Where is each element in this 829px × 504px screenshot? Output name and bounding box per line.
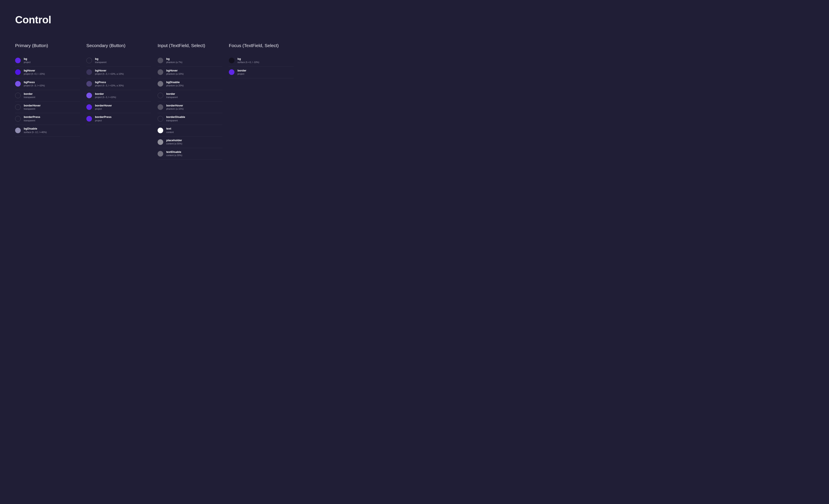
page-title: Control <box>15 14 296 26</box>
token-desc: transparent <box>24 108 41 111</box>
token-desc: content <box>166 131 174 134</box>
swatch-icon <box>157 139 163 145</box>
section-heading: Primary (Button) <box>15 43 80 48</box>
swatch-icon <box>86 69 92 75</box>
token-desc: project <box>24 61 31 64</box>
swatch-icon <box>157 116 163 121</box>
token-desc: transparent <box>166 96 178 99</box>
section-focus: Focus (TextField, Select) bgsurface (h +… <box>229 43 294 160</box>
token-row: bgHoverphantom (a 10%) <box>157 67 222 78</box>
swatch-icon <box>157 151 163 156</box>
token-row: borderHoverproject <box>86 102 151 113</box>
swatch-icon <box>86 58 92 63</box>
section-primary: Primary (Button) bgproject bgHoverprojec… <box>15 43 80 160</box>
token-name: placeholder <box>166 139 182 142</box>
token-row: bgDisablesurface (h -12, l +40%) <box>15 125 80 137</box>
token-desc: phantom (a 20%) <box>166 84 184 87</box>
token-desc: project (h -3, l +10%, a 10%) <box>95 73 124 76</box>
token-row: bgproject <box>15 55 80 67</box>
token-desc: transparent <box>24 119 40 122</box>
swatch-icon <box>157 93 163 98</box>
token-row: bgphantom (a 7%) <box>157 55 222 67</box>
token-desc: surface (h +3, l -10%) <box>238 61 259 64</box>
token-desc: project <box>238 73 246 76</box>
token-desc: project (h +3, l -10%) <box>24 73 45 76</box>
swatch-icon <box>157 69 163 75</box>
token-row: borderproject (h -3, l +10%) <box>86 90 151 102</box>
token-desc: transparent <box>95 61 106 64</box>
swatch-icon <box>15 58 21 63</box>
token-row: borderPressproject <box>86 113 151 125</box>
swatch-icon <box>86 104 92 110</box>
token-name: borderPress <box>95 115 112 119</box>
token-name: bgHover <box>24 69 45 72</box>
token-row: borderHovertransparent <box>15 102 80 113</box>
token-name: borderHover <box>24 104 41 107</box>
swatch-icon <box>15 69 21 75</box>
swatch-icon <box>15 81 21 86</box>
token-row: bgDisablephantom (a 20%) <box>157 78 222 90</box>
token-row: bgsurface (h +3, l -10%) <box>229 55 294 67</box>
token-row: textDisablecontent (a 30%) <box>157 148 222 160</box>
token-row: borderDisabletransparent <box>157 113 222 125</box>
token-desc: transparent <box>166 119 185 122</box>
token-name: borderHover <box>166 104 184 107</box>
token-desc: phantom (a 7%) <box>166 61 182 64</box>
token-desc: project <box>95 119 112 122</box>
token-desc: project (h -3, l +10%, a 30%) <box>95 84 124 87</box>
swatch-icon <box>86 116 92 121</box>
swatch-icon <box>157 104 163 110</box>
token-name: bgHover <box>95 69 124 72</box>
token-row: borderproject <box>229 67 294 78</box>
token-name: borderHover <box>95 104 112 107</box>
swatch-icon <box>15 93 21 98</box>
swatch-icon <box>157 128 163 133</box>
token-row: bgtransparent <box>86 55 151 67</box>
token-desc: content (a 55%) <box>166 142 182 145</box>
token-name: bgPress <box>95 80 124 84</box>
token-desc: project <box>95 108 112 111</box>
section-heading: Input (TextField, Select) <box>157 43 222 48</box>
swatch-icon <box>15 128 21 133</box>
token-desc: phantom (a 10%) <box>166 108 184 111</box>
sections-container: Primary (Button) bgproject bgHoverprojec… <box>15 43 296 160</box>
token-name: bgHover <box>166 69 184 72</box>
token-name: textDisable <box>166 150 182 154</box>
token-name: text <box>166 127 174 131</box>
token-name: bg <box>24 57 31 61</box>
swatch-icon <box>15 104 21 110</box>
swatch-icon <box>86 81 92 86</box>
section-input: Input (TextField, Select) bgphantom (a 7… <box>157 43 222 160</box>
token-row: bgHoverproject (h -3, l +10%, a 10%) <box>86 67 151 78</box>
token-name: border <box>95 92 116 96</box>
token-name: borderDisable <box>166 115 185 119</box>
token-row: borderHoverphantom (a 10%) <box>157 102 222 113</box>
token-row: bgPressproject (h -3, l +10%) <box>15 78 80 90</box>
token-name: bg <box>166 57 182 61</box>
swatch-icon <box>15 116 21 121</box>
token-desc: project (h -3, l +10%) <box>95 96 116 99</box>
token-row: placeholdercontent (a 55%) <box>157 137 222 148</box>
token-name: bgDisable <box>24 127 47 131</box>
section-heading: Secondary (Button) <box>86 43 151 48</box>
token-row: textcontent <box>157 125 222 137</box>
token-desc: project (h -3, l +10%) <box>24 84 45 87</box>
swatch-icon <box>157 58 163 63</box>
swatch-icon <box>229 69 235 75</box>
token-row: bordertransparent <box>157 90 222 102</box>
token-name: bgPress <box>24 80 45 84</box>
section-secondary: Secondary (Button) bgtransparent bgHover… <box>86 43 151 160</box>
token-name: border <box>238 69 246 72</box>
token-name: border <box>24 92 35 96</box>
token-name: bgDisable <box>166 80 184 84</box>
token-name: bg <box>95 57 106 61</box>
token-name: bg <box>238 57 259 61</box>
token-name: border <box>166 92 178 96</box>
swatch-icon <box>157 81 163 86</box>
token-desc: transparent <box>24 96 35 99</box>
token-row: bgPressproject (h -3, l +10%, a 30%) <box>86 78 151 90</box>
token-row: bgHoverproject (h +3, l -10%) <box>15 67 80 78</box>
swatch-icon <box>229 58 235 63</box>
token-desc: content (a 30%) <box>166 154 182 157</box>
token-desc: surface (h -12, l +40%) <box>24 131 47 134</box>
